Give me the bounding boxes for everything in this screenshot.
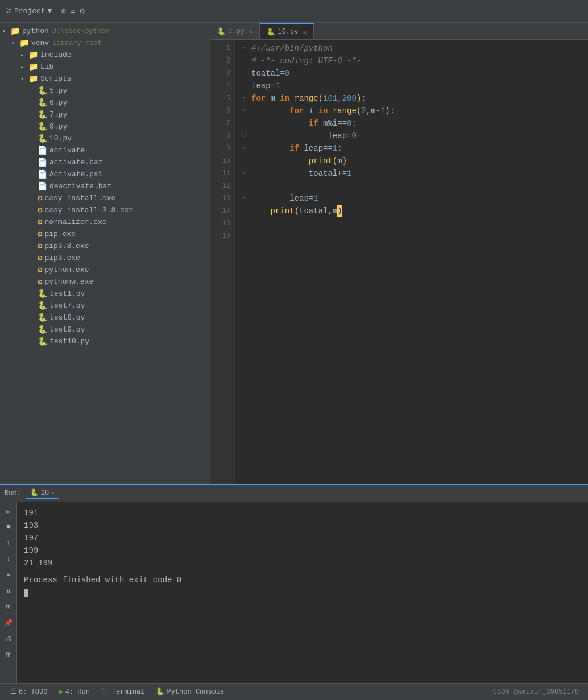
sidebar-item-lib[interactable]: ▸📁Lib — [0, 61, 210, 73]
input-cursor[interactable] — [24, 586, 581, 599]
tab-label: 9.py — [228, 27, 245, 35]
sidebar-item-include[interactable]: ▸📁Include — [0, 49, 210, 61]
sidebar-item-activate.ps1[interactable]: 📄Activate.ps1 — [0, 168, 210, 180]
sidebar-item-activate[interactable]: 📄activate — [0, 144, 210, 156]
token-num: 1 — [275, 80, 280, 92]
code-line-5[interactable]: ▾for m in range(101,200): — [242, 92, 588, 105]
sidebar-item-activate.bat[interactable]: 📄activate.bat — [0, 156, 210, 168]
python-file-icon: 🐍 — [38, 289, 47, 299]
code-line-9[interactable]: ▾ if leap==1: — [242, 142, 588, 155]
line-number-10: 10 — [215, 155, 230, 167]
sync-icon[interactable]: ⇌ — [71, 6, 75, 16]
token-bracket: ( — [295, 205, 299, 217]
sidebar-item-5.py[interactable]: 🐍5.py — [0, 85, 210, 97]
code-line-13[interactable]: ▾ leap=1 — [242, 192, 588, 205]
code-editor[interactable]: 12345678910111213141516 ▾#!/usr/bin/pyth… — [210, 40, 588, 484]
code-line-15[interactable] — [242, 217, 588, 230]
tab-close-button[interactable]: ✕ — [303, 28, 307, 36]
sidebar-item-test7.py[interactable]: 🐍test7.py — [0, 300, 210, 312]
expand-button[interactable]: ⊞ — [3, 601, 14, 612]
token-kw: if — [289, 142, 299, 155]
token-var: m — [266, 92, 280, 105]
sidebar-item-venv[interactable]: ▾📁venvlibrary root — [0, 37, 210, 49]
sidebar-item-9.py[interactable]: 🐍9.py — [0, 121, 210, 132]
token-kw: if — [309, 117, 318, 130]
sidebar-item-6.py[interactable]: 🐍6.py — [0, 97, 210, 109]
sidebar-item-python[interactable]: ▾📁pythonD:\code\python — [0, 25, 210, 37]
sidebar-item-test1.py[interactable]: 🐍test1.py — [0, 288, 210, 300]
code-line-2[interactable]: # -*- coding: UTF-8 -*- — [242, 55, 588, 67]
minimize-icon[interactable]: — — [89, 6, 94, 16]
code-line-8[interactable]: □ leap=0 — [242, 130, 588, 142]
project-menu[interactable]: 🗂 Project ▼ — [5, 7, 52, 15]
delete-button[interactable]: 🗑 — [3, 649, 14, 660]
terminal-status[interactable]: ⬛ Terminal — [96, 684, 151, 700]
pin-button[interactable]: 📌 — [3, 617, 14, 628]
editor-tab-10_py[interactable]: 🐍10.py✕ — [260, 23, 314, 39]
token-func: range — [295, 92, 318, 105]
tree-item-label: test1.py — [49, 289, 85, 298]
code-line-1[interactable]: ▾#!/usr/bin/python — [242, 42, 588, 55]
fold-icon[interactable]: ▾ — [242, 42, 251, 55]
token-func: print — [271, 205, 295, 217]
python-console-status[interactable]: 🐍 Python Console — [150, 684, 230, 700]
token-bracket: ( — [333, 155, 337, 167]
code-content[interactable]: ▾#!/usr/bin/python# -*- coding: UTF-8 -*… — [235, 40, 588, 484]
editor-tab-9_py[interactable]: 🐍9.py✕ — [210, 23, 260, 39]
sidebar-item-test10.py[interactable]: 🐍test10.py — [0, 335, 210, 347]
wrap-button[interactable]: ≡ — [3, 569, 14, 581]
token-var: i — [304, 105, 318, 117]
fold-icon[interactable]: □ — [242, 130, 251, 142]
code-line-3[interactable]: toatal=0 — [242, 67, 588, 80]
tree-item-label: normalizer.exe — [44, 218, 106, 226]
sidebar-item-test9.py[interactable]: 🐍test9.py — [0, 324, 210, 335]
fold-icon[interactable]: ▾ — [242, 92, 251, 105]
run-status[interactable]: ▶ 4: Run — [53, 684, 95, 700]
new-file-icon[interactable]: ⊕ — [61, 6, 65, 16]
code-line-11[interactable]: ▾ toatal+=1 — [242, 167, 588, 180]
sidebar-item-pythonw.exe[interactable]: ⚙pythonw.exe — [0, 276, 210, 288]
sidebar-item-pip3.exe[interactable]: ⚙pip3.exe — [0, 252, 210, 264]
sidebar-item-easy_install-3.8.exe[interactable]: ⚙easy_install-3.8.exe — [0, 204, 210, 216]
run-stop-button[interactable]: ■ — [3, 521, 14, 533]
token-var: m — [371, 105, 375, 117]
code-line-4[interactable]: leap=1 — [242, 80, 588, 92]
scroll-up-button[interactable]: ↑ — [3, 537, 14, 549]
tree-item-label: test7.py — [49, 301, 85, 310]
code-line-12[interactable] — [242, 180, 588, 192]
sidebar-item-10.py[interactable]: 🐍10.py — [0, 132, 210, 144]
sidebar-item-pip.exe[interactable]: ⚙pip.exe — [0, 228, 210, 240]
sidebar-item-python.exe[interactable]: ⚙python.exe — [0, 264, 210, 276]
fold-icon[interactable]: ▾ — [242, 167, 251, 180]
code-line-6[interactable]: ▾ for i in range(2,m-1): — [242, 105, 588, 117]
tab-close-button[interactable]: ✕ — [249, 28, 253, 35]
sidebar-item-deactivate.bat[interactable]: 📄deactivate.bat — [0, 180, 210, 192]
fold-icon[interactable]: ▾ — [242, 192, 251, 205]
token-bracket: ( — [318, 92, 323, 105]
code-line-10[interactable]: print(m) — [242, 155, 588, 167]
todo-status[interactable]: ☰ 6: TODO — [5, 684, 53, 700]
token-var: leap — [289, 192, 309, 205]
token-op: : — [390, 105, 395, 117]
tree-item-label: activate.bat — [49, 158, 103, 167]
token-var — [251, 192, 289, 205]
sidebar-item-pip3.8.exe[interactable]: ⚙pip3.8.exe — [0, 240, 210, 252]
code-line-14[interactable]: print(toatal,m) — [242, 205, 588, 217]
scroll-down-button[interactable]: ↓ — [3, 553, 14, 565]
settings-icon[interactable]: ⚙ — [80, 6, 84, 16]
run-tab[interactable]: 🐍 10 ✕ — [26, 487, 59, 499]
run-play-button[interactable]: ▶ — [3, 506, 14, 517]
code-line-7[interactable]: if m%i==0: — [242, 117, 588, 130]
code-line-16[interactable] — [242, 230, 588, 242]
tree-item-label: pip.exe — [44, 230, 76, 238]
print-button[interactable]: 🖨 — [3, 633, 14, 644]
fold-icon[interactable]: ▾ — [242, 142, 251, 155]
sidebar-item-easy_install.exe[interactable]: ⚙easy_install.exe — [0, 192, 210, 204]
sidebar-item-test8.py[interactable]: 🐍test8.py — [0, 312, 210, 324]
sidebar-item-7.py[interactable]: 🐍7.py — [0, 109, 210, 121]
diff-button[interactable]: ⇅ — [3, 585, 14, 597]
sidebar-item-normalizer.exe[interactable]: ⚙normalizer.exe — [0, 216, 210, 228]
fold-icon[interactable]: ▾ — [242, 105, 251, 117]
run-tab-close[interactable]: ✕ — [51, 490, 55, 496]
sidebar-item-scripts[interactable]: ▾📁Scripts — [0, 73, 210, 85]
